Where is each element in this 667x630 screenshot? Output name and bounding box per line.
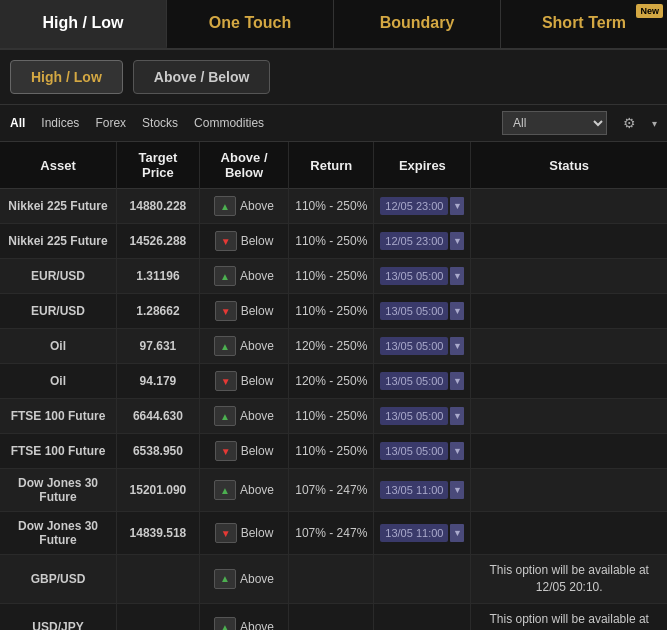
asset-cell: Nikkei 225 Future bbox=[0, 189, 117, 224]
direction-label: Below bbox=[241, 526, 274, 540]
arrow-down-button[interactable]: ▼ bbox=[215, 301, 237, 321]
target-price-cell bbox=[117, 603, 200, 630]
expires-dropdown[interactable]: ▼ bbox=[450, 442, 464, 460]
col-target-price: Target Price bbox=[117, 142, 200, 189]
target-price-cell: 94.179 bbox=[117, 364, 200, 399]
filter-forex[interactable]: Forex bbox=[95, 116, 126, 130]
expires-dropdown[interactable]: ▼ bbox=[450, 481, 464, 499]
status-cell bbox=[471, 189, 667, 224]
expires-badge: 13/05 05:00 bbox=[380, 302, 448, 320]
expires-badge: 13/05 11:00 bbox=[380, 481, 448, 499]
sub-tab-high-low[interactable]: High / Low bbox=[10, 60, 123, 94]
filter-stocks[interactable]: Stocks bbox=[142, 116, 178, 130]
status-cell: This option will be available at 12/05 2… bbox=[471, 603, 667, 630]
expires-cell: 12/05 23:00▼ bbox=[374, 189, 471, 224]
status-cell bbox=[471, 294, 667, 329]
table-row: EUR/USD1.28662▼Below110% - 250%13/05 05:… bbox=[0, 294, 667, 329]
arrow-up-button[interactable]: ▲ bbox=[214, 569, 236, 589]
filter-all[interactable]: All bbox=[10, 116, 25, 130]
table-row: Nikkei 225 Future14526.288▼Below110% - 2… bbox=[0, 224, 667, 259]
sub-tab-bar: High / Low Above / Below bbox=[0, 50, 667, 105]
asset-cell: EUR/USD bbox=[0, 294, 117, 329]
table-row: FTSE 100 Future6538.950▼Below110% - 250%… bbox=[0, 434, 667, 469]
status-cell: This option will be available at 12/05 2… bbox=[471, 555, 667, 604]
arrow-down-button[interactable]: ▼ bbox=[215, 441, 237, 461]
arrow-up-button[interactable]: ▲ bbox=[214, 406, 236, 426]
asset-cell: FTSE 100 Future bbox=[0, 399, 117, 434]
tab-high-low[interactable]: High / Low bbox=[0, 0, 167, 48]
return-cell bbox=[289, 555, 374, 604]
target-price-cell: 14526.288 bbox=[117, 224, 200, 259]
chevron-down-icon[interactable]: ▾ bbox=[652, 118, 657, 129]
direction-label: Above bbox=[240, 339, 274, 353]
expires-cell: 12/05 23:00▼ bbox=[374, 224, 471, 259]
col-return: Return bbox=[289, 142, 374, 189]
arrow-up-button[interactable]: ▲ bbox=[214, 336, 236, 356]
expires-dropdown[interactable]: ▼ bbox=[450, 407, 464, 425]
filter-indices[interactable]: Indices bbox=[41, 116, 79, 130]
table-row: FTSE 100 Future6644.630▲Above110% - 250%… bbox=[0, 399, 667, 434]
return-cell: 107% - 247% bbox=[289, 469, 374, 512]
direction-label: Above bbox=[240, 199, 274, 213]
return-cell: 110% - 250% bbox=[289, 294, 374, 329]
status-cell bbox=[471, 364, 667, 399]
arrow-up-button[interactable]: ▲ bbox=[214, 266, 236, 286]
settings-icon[interactable]: ⚙ bbox=[623, 115, 636, 131]
expires-dropdown[interactable]: ▼ bbox=[450, 302, 464, 320]
expires-badge: 12/05 23:00 bbox=[380, 232, 448, 250]
arrow-up-button[interactable]: ▲ bbox=[214, 196, 236, 216]
table-row: EUR/USD1.31196▲Above110% - 250%13/05 05:… bbox=[0, 259, 667, 294]
target-price-cell: 14880.228 bbox=[117, 189, 200, 224]
arrow-down-button[interactable]: ▼ bbox=[215, 523, 237, 543]
tab-bar: High / Low One Touch Boundary Short Term… bbox=[0, 0, 667, 50]
filter-commodities[interactable]: Commodities bbox=[194, 116, 264, 130]
table-header-row: Asset Target Price Above / Below Return … bbox=[0, 142, 667, 189]
expires-dropdown[interactable]: ▼ bbox=[450, 337, 464, 355]
expires-cell bbox=[374, 603, 471, 630]
asset-cell: EUR/USD bbox=[0, 259, 117, 294]
arrow-up-button[interactable]: ▲ bbox=[214, 480, 236, 500]
asset-cell: FTSE 100 Future bbox=[0, 434, 117, 469]
target-price-cell: 15201.090 bbox=[117, 469, 200, 512]
direction-cell: ▲Above bbox=[199, 603, 288, 630]
return-cell: 120% - 250% bbox=[289, 364, 374, 399]
direction-cell: ▲Above bbox=[199, 329, 288, 364]
status-cell bbox=[471, 224, 667, 259]
arrow-down-button[interactable]: ▼ bbox=[215, 371, 237, 391]
filter-dropdown[interactable]: All Indices Forex Stocks Commodities bbox=[502, 111, 607, 135]
expires-dropdown[interactable]: ▼ bbox=[450, 267, 464, 285]
target-price-cell bbox=[117, 555, 200, 604]
expires-cell: 13/05 05:00▼ bbox=[374, 434, 471, 469]
arrow-down-button[interactable]: ▼ bbox=[215, 231, 237, 251]
return-cell: 110% - 250% bbox=[289, 399, 374, 434]
tab-boundary[interactable]: Boundary bbox=[334, 0, 501, 48]
filter-select-wrap: All Indices Forex Stocks Commodities bbox=[502, 111, 607, 135]
expires-cell: 13/05 05:00▼ bbox=[374, 259, 471, 294]
table-row: GBP/USD▲AboveThis option will be availab… bbox=[0, 555, 667, 604]
expires-dropdown[interactable]: ▼ bbox=[450, 524, 464, 542]
target-price-cell: 97.631 bbox=[117, 329, 200, 364]
expires-dropdown[interactable]: ▼ bbox=[450, 372, 464, 390]
tab-short-term[interactable]: Short Term New bbox=[501, 0, 667, 48]
expires-cell bbox=[374, 555, 471, 604]
direction-cell: ▲Above bbox=[199, 399, 288, 434]
return-cell: 110% - 250% bbox=[289, 434, 374, 469]
tab-one-touch[interactable]: One Touch bbox=[167, 0, 334, 48]
expires-cell: 13/05 05:00▼ bbox=[374, 329, 471, 364]
arrow-up-button[interactable]: ▲ bbox=[214, 617, 236, 630]
target-price-cell: 1.31196 bbox=[117, 259, 200, 294]
direction-label: Below bbox=[241, 304, 274, 318]
sub-tab-above-below[interactable]: Above / Below bbox=[133, 60, 271, 94]
expires-dropdown[interactable]: ▼ bbox=[450, 197, 464, 215]
col-asset: Asset bbox=[0, 142, 117, 189]
expires-dropdown[interactable]: ▼ bbox=[450, 232, 464, 250]
expires-badge: 13/05 05:00 bbox=[380, 267, 448, 285]
col-expires: Expires bbox=[374, 142, 471, 189]
target-price-cell: 6538.950 bbox=[117, 434, 200, 469]
direction-cell: ▲Above bbox=[199, 555, 288, 604]
status-cell bbox=[471, 512, 667, 555]
direction-label: Above bbox=[240, 620, 274, 630]
table-row: Dow Jones 30 Future14839.518▼Below107% -… bbox=[0, 512, 667, 555]
direction-cell: ▼Below bbox=[199, 512, 288, 555]
direction-cell: ▼Below bbox=[199, 224, 288, 259]
